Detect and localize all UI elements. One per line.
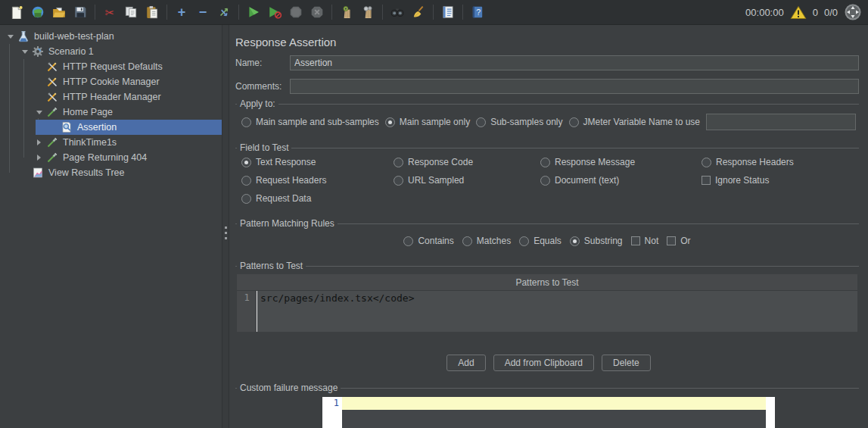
tree-item-http-cookie-manager[interactable]: HTTP Cookie Manager	[0, 74, 222, 89]
add-button[interactable]: Add	[446, 355, 485, 371]
expander-icon[interactable]	[3, 35, 17, 39]
config-element-icon	[46, 61, 60, 73]
patterns-to-test-title: Patterns to Test	[237, 261, 306, 271]
warning-indicator-icon[interactable]	[790, 5, 807, 20]
field-to-test-title: Field to Test	[237, 142, 291, 153]
tree-item-view-results-tree[interactable]: View Results Tree	[0, 165, 222, 180]
tree-item-home-page[interactable]: Home Page	[0, 105, 222, 120]
stop-icon	[285, 2, 306, 22]
tree-item-label: HTTP Request Defaults	[63, 61, 163, 72]
tree-item-test-plan[interactable]: build-web-test-plan	[0, 29, 222, 44]
editor-line-number: 1	[322, 397, 342, 428]
response-assertion-panel: Response Assertion Name: Comments: Apply…	[229, 25, 868, 428]
pattern-matching-rules-title: Pattern Matching Rules	[237, 218, 338, 229]
tree-item-label: HTTP Cookie Manager	[63, 77, 160, 87]
editor-text-area[interactable]	[342, 397, 766, 428]
test-plan-icon	[17, 30, 31, 42]
reset-search-icon[interactable]	[408, 2, 429, 22]
radio-response-message[interactable]: Response Message	[540, 157, 702, 167]
sampler-icon	[46, 106, 60, 118]
config-element-icon	[46, 76, 60, 88]
toolbar: ✂ + − ? 00:00:00 0 0/0	[0, 0, 868, 25]
radio-text-response[interactable]: Text Response	[241, 157, 394, 167]
radio-contains[interactable]: Contains	[403, 236, 453, 246]
new-file-icon[interactable]	[6, 2, 27, 22]
tree-item-scenario-1[interactable]: Scenario 1	[0, 44, 222, 59]
clear-icon[interactable]	[336, 2, 357, 22]
radio-jmeter-variable-name[interactable]: JMeter Variable Name to use	[569, 117, 701, 127]
radio-response-headers[interactable]: Response Headers	[702, 157, 856, 167]
open-icon[interactable]	[48, 2, 70, 22]
start-no-pauses-icon[interactable]	[264, 2, 285, 22]
start-icon[interactable]	[243, 2, 264, 22]
checkbox-ignore-status[interactable]: Ignore Status	[702, 175, 856, 186]
radio-equals[interactable]: Equals	[519, 236, 562, 246]
jmeter-variable-name-input[interactable]	[706, 114, 856, 130]
toolbar-separator	[166, 5, 167, 20]
results-tree-icon	[32, 167, 45, 179]
radio-request-headers[interactable]: Request Headers	[241, 175, 394, 186]
radio-main-sample-only[interactable]: Main sample only	[385, 117, 470, 127]
elapsed-timer: 00:00:00	[745, 7, 784, 18]
function-helper-icon[interactable]	[437, 2, 459, 22]
expander-icon[interactable]	[32, 139, 46, 145]
page-title: Response Assertion	[235, 36, 859, 48]
name-input[interactable]	[290, 55, 859, 70]
radio-sub-samples-only[interactable]: Sub-samples only	[476, 117, 562, 127]
add-icon[interactable]: +	[171, 2, 192, 22]
patterns-table: Patterns to Test 1 src/pages/index.tsx</…	[237, 274, 857, 332]
toggle-icon[interactable]	[213, 2, 235, 22]
patterns-table-header: Patterns to Test	[237, 274, 857, 291]
expander-icon[interactable]	[32, 155, 46, 161]
tree-item-http-header-manager[interactable]: HTTP Header Manager	[0, 89, 222, 105]
split-pane-divider[interactable]	[222, 25, 229, 428]
apply-to-group: Apply to: Main sample and sub-samples Ma…	[235, 104, 859, 138]
search-icon[interactable]	[387, 2, 408, 22]
editor-scrollbar[interactable]	[766, 397, 775, 428]
checkbox-or[interactable]: Or	[667, 236, 690, 246]
assertion-icon	[61, 121, 74, 133]
tree-item-page-returning-404[interactable]: Page Returning 404	[0, 150, 222, 165]
delete-button[interactable]: Delete	[602, 355, 651, 371]
apply-to-title: Apply to:	[237, 98, 278, 109]
radio-substring[interactable]: Substring	[570, 236, 623, 246]
tree-item-http-request-defaults[interactable]: HTTP Request Defaults	[0, 59, 222, 74]
expander-icon[interactable]	[32, 111, 46, 114]
expander-icon[interactable]	[17, 50, 32, 54]
help-icon[interactable]: ?	[467, 2, 488, 22]
add-from-clipboard-button[interactable]: Add from Clipboard	[493, 355, 594, 371]
radio-response-code[interactable]: Response Code	[394, 157, 540, 167]
cut-icon[interactable]: ✂	[99, 2, 120, 22]
tree-item-label: ThinkTime1s	[63, 137, 117, 148]
custom-failure-message-editor[interactable]: 1	[322, 397, 775, 428]
toolbar-separator	[382, 5, 383, 20]
patterns-to-test-group: Patterns to Test Patterns to Test 1 src/…	[235, 266, 859, 332]
sampler-icon	[46, 152, 60, 164]
radio-matches[interactable]: Matches	[462, 236, 511, 246]
toolbar-separator	[95, 5, 95, 20]
checkbox-not[interactable]: Not	[631, 236, 659, 246]
radio-url-sampled[interactable]: URL Sampled	[394, 175, 540, 186]
radio-main-sample-and-sub-samples[interactable]: Main sample and sub-samples	[241, 117, 379, 127]
copy-icon[interactable]	[120, 2, 142, 22]
custom-failure-message-title: Custom failure message	[237, 383, 341, 393]
pattern-cell[interactable]: src/pages/index.tsx</code>	[257, 291, 857, 332]
tree-item-label: HTTP Header Manager	[63, 92, 161, 102]
paste-icon[interactable]	[142, 2, 163, 22]
save-icon[interactable]	[70, 2, 91, 22]
tree-item-label: Assertion	[77, 122, 117, 133]
threads-indicator-icon	[844, 3, 862, 21]
divider-grip[interactable]	[225, 223, 227, 242]
config-element-icon	[46, 91, 60, 103]
comments-input[interactable]	[290, 79, 859, 94]
shutdown-icon	[306, 2, 328, 22]
radio-request-data[interactable]: Request Data	[241, 193, 394, 204]
tree-item-assertion[interactable]: Assertion	[0, 120, 222, 135]
radio-document-text[interactable]: Document (text)	[540, 175, 702, 186]
remove-icon[interactable]: −	[192, 2, 213, 22]
templates-icon[interactable]	[27, 2, 48, 22]
editor-current-line-highlight	[342, 397, 766, 410]
clear-all-icon[interactable]	[357, 2, 378, 22]
tree-item-thinktime1s[interactable]: ThinkTime1s	[0, 135, 222, 150]
pattern-row[interactable]: 1 src/pages/index.tsx</code>	[237, 291, 857, 332]
